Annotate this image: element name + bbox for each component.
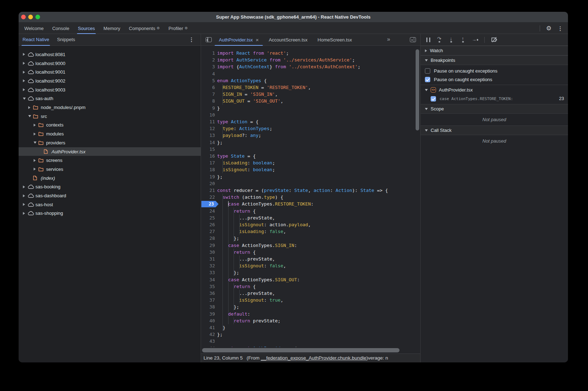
tree-item-sas-host[interactable]: sas-host	[19, 200, 201, 209]
line-number[interactable]: 29	[201, 242, 215, 249]
tree-item-providers[interactable]: providers	[19, 138, 201, 147]
settings-gear-icon[interactable]: ⚙	[546, 25, 552, 31]
code-editor[interactable]: 1import React from 'react';2import AuthS…	[201, 46, 420, 347]
expand-arrow-icon[interactable]	[23, 212, 28, 215]
code-line-44[interactable]: 44export const AuthProvider = (	[201, 345, 416, 347]
code-line-40[interactable]: 40 return prevState;	[201, 317, 416, 324]
step-out-icon[interactable]: ↑	[460, 37, 466, 43]
line-number[interactable]: 43	[201, 338, 215, 345]
line-number[interactable]: 3	[201, 63, 215, 70]
line-number[interactable]: 24	[201, 208, 215, 214]
horizontal-scrollbar[interactable]	[202, 348, 400, 352]
vertical-scrollbar[interactable]	[416, 49, 419, 130]
expand-arrow-icon[interactable]	[23, 203, 28, 206]
line-number[interactable]: 4	[201, 70, 215, 77]
code-line-34[interactable]: 34 case ActionTypes.SIGN_OUT:	[201, 276, 416, 283]
line-number[interactable]: 33	[201, 269, 215, 276]
line-number[interactable]: 22	[201, 194, 215, 201]
code-line-27[interactable]: 27 isLoading: false,	[201, 228, 416, 235]
line-number[interactable]: 1	[201, 50, 215, 56]
step-into-icon[interactable]: ↓	[448, 37, 454, 43]
pause-script-icon[interactable]	[426, 38, 430, 42]
line-number[interactable]: 31	[201, 256, 215, 262]
line-number[interactable]: 35	[201, 283, 215, 290]
code-line-17[interactable]: 17 isLoading: boolean;	[201, 159, 416, 166]
line-number[interactable]: 37	[201, 297, 215, 303]
step-icon[interactable]: →	[472, 37, 478, 42]
tree-item-localhost-9002[interactable]: localhost:9002	[19, 76, 201, 85]
panel-tab-profiler[interactable]: Profiler⚙	[164, 23, 192, 34]
panel-tab-welcome[interactable]: Welcome	[20, 23, 48, 34]
code-line-7[interactable]: 7 SIGN_IN = 'SIGN_IN',	[201, 91, 416, 98]
code-line-14[interactable]: 14};	[201, 139, 416, 146]
tree-item-localhost-9000[interactable]: localhost:9000	[19, 59, 201, 68]
code-line-5[interactable]: 5enum ActionTypes {	[201, 77, 416, 84]
close-tab-icon[interactable]: ×	[256, 37, 259, 43]
breakpoint-entry-row[interactable]: case ActionTypes.RESTORE_TOKEN: 23	[421, 94, 568, 103]
code-line-9[interactable]: 9}	[201, 105, 416, 112]
expand-arrow-icon[interactable]	[34, 159, 38, 162]
line-number[interactable]: 16	[201, 153, 215, 159]
tree-item-modules[interactable]: modules	[19, 129, 201, 138]
tree-item-localhost-8081[interactable]: localhost:8081	[19, 50, 201, 59]
expand-arrow-icon[interactable]	[23, 62, 28, 65]
line-number[interactable]: 19	[201, 173, 215, 180]
breakpoint-file-group[interactable]: <> AuthProvider.tsx	[421, 85, 568, 94]
code-line-24[interactable]: 24 return {	[201, 208, 416, 214]
code-line-10[interactable]: 10	[201, 112, 416, 118]
expand-arrow-icon[interactable]	[23, 185, 28, 188]
section-breakpoints[interactable]: Breakpoints	[421, 55, 568, 65]
expand-arrow-icon[interactable]	[23, 79, 28, 82]
collapse-arrow-icon[interactable]	[23, 98, 28, 100]
section-watch[interactable]: Watch	[421, 46, 568, 55]
expand-arrow-icon[interactable]	[23, 71, 28, 74]
tree-item-localhost-9001[interactable]: localhost:9001	[19, 68, 201, 76]
expand-arrow-icon[interactable]	[28, 106, 33, 109]
code-line-8[interactable]: 8 SIGN_OUT = 'SIGN_OUT',	[201, 98, 416, 104]
code-line-6[interactable]: 6 RESTORE_TOKEN = 'RESTORE_TOKEN',	[201, 84, 416, 91]
line-number[interactable]: 41	[201, 324, 215, 331]
code-line-1[interactable]: 1import React from 'react';	[201, 50, 416, 56]
code-line-16[interactable]: 16type State = {	[201, 153, 416, 159]
line-number[interactable]: 34	[201, 276, 215, 283]
expand-arrow-icon[interactable]	[23, 53, 28, 56]
more-tabs-icon[interactable]: »	[387, 36, 389, 43]
code-line-29[interactable]: 29 case ActionTypes.SIGN_IN:	[201, 242, 416, 249]
tree-item-services[interactable]: services	[19, 165, 201, 174]
pause-caught-checkbox[interactable]	[425, 77, 430, 82]
code-line-32[interactable]: 32 isSignout: false,	[201, 262, 416, 269]
line-number[interactable]: 5	[201, 77, 215, 84]
pause-uncaught-checkbox[interactable]	[425, 68, 430, 74]
breakpoint-marker[interactable]: 23	[201, 201, 219, 207]
expand-arrow-icon[interactable]	[34, 168, 38, 170]
code-line-31[interactable]: 31 ...prevState,	[201, 256, 416, 262]
line-number[interactable]: 36	[201, 290, 215, 297]
line-number[interactable]: 17	[201, 159, 215, 166]
expand-arrow-icon[interactable]	[23, 88, 28, 91]
tree-item-sas-booking[interactable]: sas-booking	[19, 183, 201, 192]
tree-item-sas-shopping[interactable]: sas-shopping	[19, 209, 201, 218]
line-number[interactable]: 14	[201, 139, 215, 146]
code-line-15[interactable]: 15	[201, 146, 416, 153]
navigator-more-options-icon[interactable]: ⋮	[189, 37, 194, 42]
editor-tab-homescreen-tsx[interactable]: HomeScreen.tsx	[313, 34, 357, 46]
more-options-icon[interactable]: ⋮	[558, 26, 563, 31]
line-number[interactable]: 28	[201, 235, 215, 242]
code-line-20[interactable]: 20	[201, 180, 416, 187]
navigator-tab-react-native[interactable]: React Native	[19, 34, 53, 46]
tree-item-screens[interactable]: screens	[19, 156, 201, 165]
code-line-37[interactable]: 37 isSignout: true,	[201, 297, 416, 303]
line-number[interactable]: 8	[201, 98, 215, 104]
code-line-28[interactable]: 28 };	[201, 235, 416, 242]
code-line-33[interactable]: 33 };	[201, 269, 416, 276]
code-line-26[interactable]: 26 isSignout: action.payload,	[201, 221, 416, 228]
code-line-41[interactable]: 41 }	[201, 324, 416, 331]
code-line-13[interactable]: 13 payload?: any;	[201, 132, 416, 139]
editor-tab-accountscreen-tsx[interactable]: AccountScreen.tsx	[264, 34, 312, 46]
show-debugger-panel-icon[interactable]	[410, 37, 416, 42]
line-number[interactable]: 18	[201, 166, 215, 173]
collapse-arrow-icon[interactable]	[34, 142, 38, 144]
code-line-25[interactable]: 25 ...prevState,	[201, 214, 416, 221]
source-bundle-link[interactable]: __federation_expose_AuthProvider.chunk.b…	[261, 355, 366, 361]
code-line-3[interactable]: 3import {AuthContext} from '../contexts/…	[201, 63, 416, 70]
